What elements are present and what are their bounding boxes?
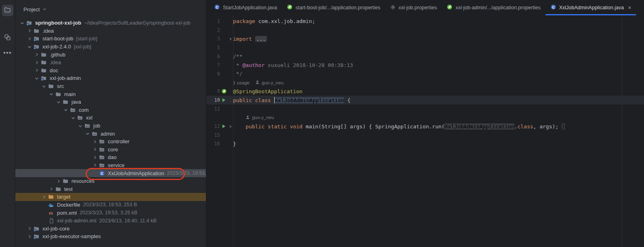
chevron-down-icon[interactable] — [19, 21, 26, 25]
inlay-1-usage[interactable]: 1 usage — [233, 80, 250, 85]
editor-line-7: 7 * @author xuxueli 2018-10-28 00:38:13 — [206, 61, 644, 69]
class-icon: C — [214, 4, 220, 11]
code-token: XxlJobAdminApplication — [275, 97, 344, 103]
tree-item-label: target — [57, 194, 70, 200]
tree-row-xxl-job-core[interactable]: xxl-job-core — [15, 224, 206, 232]
tree-row-java[interactable]: java — [15, 98, 206, 106]
chevron-right-icon[interactable] — [33, 52, 40, 57]
chevron-down-icon[interactable] — [62, 107, 69, 112]
project-panel-header[interactable]: Project — [15, 0, 206, 19]
inlay-label: guo-y_neu — [262, 80, 283, 85]
tree-row-idea[interactable]: .idea — [15, 59, 206, 67]
package-icon — [99, 138, 105, 144]
tree-row-pom-xml[interactable]: mpom.xml2023/3/23, 19:53, 3.25 kB — [15, 209, 206, 217]
tree-row-idea[interactable]: .idea — [15, 27, 206, 35]
run-gutter-icon[interactable] — [220, 124, 228, 129]
code-text: } — [233, 141, 236, 147]
code-text: @SpringBootApplication — [233, 88, 302, 94]
tree-row-github[interactable]: .github — [15, 50, 206, 59]
chevron-right-icon[interactable] — [91, 163, 99, 167]
package-icon — [99, 147, 105, 153]
editor-tab-startjobapplication-java[interactable]: CStartJobApplication.java — [209, 0, 282, 15]
tree-row-xxl[interactable]: xxl — [15, 114, 206, 122]
chevron-down-icon[interactable] — [26, 44, 33, 49]
fold-chevron-icon[interactable] — [228, 124, 233, 129]
tree-item-label: doc — [50, 67, 58, 73]
code-token: com.xxl.job.admin; — [258, 18, 315, 24]
tree-row-xxl-job-2-4-0[interactable]: xxl-job-2.4.0[xxl-job] — [15, 43, 206, 51]
module-icon — [33, 233, 40, 239]
tree-row-springboot-xxl-job[interactable]: springboot-xxl-job~/IdeaProjects/SoftLea… — [15, 19, 206, 27]
editor-tab-start-boot-job-application-properties[interactable]: start-boot-job/.../application.propertie… — [282, 0, 385, 15]
chevron-right-icon[interactable] — [48, 186, 55, 191]
line-number: 10 — [206, 97, 220, 103]
chevron-down-icon[interactable] — [77, 124, 84, 128]
tree-row-test[interactable]: test — [15, 185, 206, 193]
tree-row-xxl-job-admin[interactable]: xxl-job-admin — [15, 74, 206, 82]
chevron-right-icon[interactable] — [91, 147, 99, 152]
editor-line-12: 12 public static void main(String[] args… — [206, 122, 644, 131]
tree-row-doc[interactable]: doc — [15, 67, 206, 75]
editor-code[interactable]: 1package com.xxl.job.admin;23import ...5… — [206, 15, 644, 247]
project-tool-window-button[interactable] — [2, 5, 13, 16]
tree-row-src[interactable]: src — [15, 82, 206, 90]
chevron-down-icon[interactable] — [84, 131, 91, 136]
chevron-down-icon[interactable] — [48, 92, 55, 96]
tree-row-xxljobadminapplication[interactable]: CXxlJobAdminApplication2023/3/23, 19:53,… — [15, 169, 206, 177]
chevron-right-icon[interactable] — [33, 60, 40, 65]
tree-row-start-boot-job[interactable]: start-boot-job[start-job] — [15, 35, 206, 43]
inlay-label: 1 usage — [233, 80, 250, 85]
close-icon[interactable]: × — [628, 5, 631, 10]
tree-item-label: core — [108, 147, 118, 153]
tree-row-job[interactable]: job — [15, 122, 206, 130]
spring-bean-gutter-icon[interactable] — [220, 88, 228, 94]
chevron-down-icon[interactable] — [55, 100, 62, 105]
tree-row-resources[interactable]: resources — [15, 177, 206, 185]
run-gutter-icon[interactable] — [220, 98, 228, 103]
editor-tab-label: start-boot-job/.../application.propertie… — [296, 5, 380, 10]
line-number: 9 — [206, 88, 220, 94]
editor-tab-xxljobadminapplication-java[interactable]: CXxlJobAdminApplication.java× — [545, 0, 636, 15]
code-token: class — [517, 124, 533, 130]
tree-row-dockerfile[interactable]: Dockerfile2023/3/23, 19:53, 253 B — [15, 201, 206, 209]
fold-chevron-icon[interactable] — [228, 37, 233, 41]
chevron-right-icon[interactable] — [26, 234, 33, 239]
inlay-guo-y-neu[interactable]: guo-y_neu — [245, 115, 274, 120]
more-tool-windows-button[interactable]: ••• — [2, 47, 13, 59]
tree-row-dao[interactable]: dao — [15, 153, 206, 161]
tree-row-controller[interactable]: controller — [15, 138, 206, 146]
tree-row-com[interactable]: com — [15, 106, 206, 114]
chevron-down-icon[interactable] — [33, 76, 40, 81]
tree-item-label: resources — [71, 178, 94, 184]
tree-item-label: .github — [50, 52, 65, 58]
editor-tab-xxl-job-admin-application-properties[interactable]: xxl-job-admin/.../application.properties — [442, 0, 545, 15]
chevron-right-icon[interactable] — [40, 195, 48, 199]
code-text: package com.xxl.job.admin; — [233, 18, 315, 24]
chevron-right-icon[interactable] — [91, 155, 99, 160]
editor-tab-xxl-job-properties[interactable]: xxl-job.properties — [385, 0, 442, 15]
structure-tool-window-button[interactable] — [2, 32, 13, 44]
tree-row-service[interactable]: service — [15, 161, 206, 170]
chevron-right-icon[interactable] — [26, 28, 33, 33]
line-number: 5 — [206, 45, 220, 50]
inlay-guo-y-neu[interactable]: guo-y_neu — [255, 80, 283, 85]
tree-row-main[interactable]: main — [15, 90, 206, 98]
chevron-down-icon[interactable] — [40, 84, 48, 89]
chevron-right-icon[interactable] — [91, 139, 99, 144]
tree-row-admin[interactable]: admin — [15, 130, 206, 138]
module-icon — [33, 36, 40, 42]
tree-row-target[interactable]: target — [15, 193, 206, 201]
chevron-down-icon[interactable] — [69, 115, 77, 120]
package-icon — [99, 162, 105, 168]
chevron-right-icon[interactable] — [26, 226, 33, 231]
tree-item-label: main — [64, 91, 76, 97]
editor-line-8: 8 */ — [206, 69, 644, 78]
tree-row-core[interactable]: core — [15, 146, 206, 154]
chevron-right-icon[interactable] — [26, 36, 33, 41]
tree-row-xxl-job-admin-iml[interactable]: xxl-job-admin.iml2023/6/13, 16:40, 11.4 … — [15, 217, 206, 225]
editor-line-10: 10public class XxlJobAdminApplication { — [206, 96, 644, 105]
tree-item-label: pom.xml — [57, 210, 77, 216]
chevron-right-icon[interactable] — [33, 68, 40, 73]
chevron-right-icon[interactable] — [55, 179, 62, 184]
tree-row-xxl-job-executor-samples[interactable]: xxl-job-executor-samples — [15, 232, 206, 241]
